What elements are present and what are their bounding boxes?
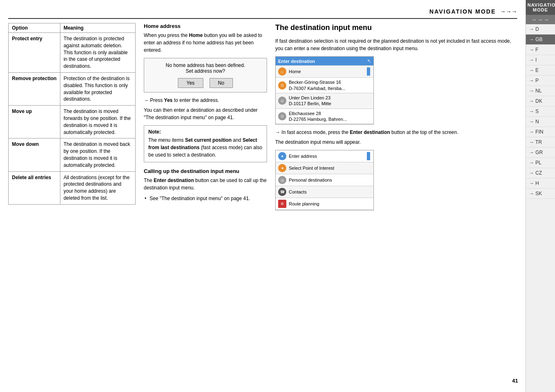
home-address-text: When you press the Home button you will … (144, 32, 267, 54)
sidebar-item-tr[interactable]: → TR (526, 137, 555, 148)
sidebar-item-gr[interactable]: → GR (526, 148, 555, 158)
sidebar-item-cz[interactable]: → CZ (526, 168, 555, 178)
page-number: 41 (512, 378, 518, 384)
sidebar-item-i[interactable]: → I (526, 55, 555, 65)
option-cell: Move up (9, 106, 60, 138)
main-content: NAVIGATION MODE →→→ Option Meaning Prote… (0, 0, 525, 392)
nav-rows-1: Enter destination ↖ ⌂ Home (276, 57, 373, 124)
nav-screen-inner-1: Enter destination ↖ ⌂ Home (276, 57, 373, 124)
right-col-title: The destination input menu (275, 23, 517, 32)
nav-row-contacts: ☎ Contacts (276, 186, 373, 198)
contacts-text: Contacts (289, 189, 371, 195)
dialog-text: No home address has been defined.Set add… (148, 62, 263, 74)
sidebar-nav-title: NAVIGATION MODE (526, 0, 555, 15)
nav-screen-2: ✦ Enter address ★ Select Point of Intere… (275, 150, 374, 210)
page-header: NAVIGATION MODE →→→ (8, 8, 517, 19)
meaning-cell: The destination is moved back by one pos… (60, 138, 135, 171)
nav-screen-inner-2: ✦ Enter address ★ Select Point of Intere… (276, 150, 373, 210)
sidebar-item-gb[interactable]: → GB (526, 35, 555, 45)
option-cell: Remove protection (9, 72, 60, 105)
nav-screen-1: Enter destination ↖ ⌂ Home (275, 56, 374, 125)
personal-text: Personal destinations (289, 177, 371, 183)
option-cell: Protect entry (9, 33, 60, 73)
nav-rows-2: ✦ Enter address ★ Select Point of Intere… (276, 150, 373, 210)
scroll-area-2 (366, 152, 371, 160)
intro-text: If fast destination selection is not req… (275, 37, 517, 52)
press-yes-text: → Press Yes to enter the address. (144, 97, 267, 104)
bullet-see: See "The destination input menu" on page… (144, 195, 267, 202)
personal-icon: ◎ (278, 176, 286, 184)
elb-text: Elbchaussee 28D-22765 Hamburg, Bahren... (289, 111, 371, 122)
dialog-box: No home address has been defined.Set add… (144, 58, 267, 92)
sidebar-item-dk[interactable]: → DK (526, 96, 555, 106)
nav-row-enter-dest: Enter destination ↖ (276, 57, 373, 66)
nav-row-enter-addr: ✦ Enter address (276, 150, 373, 162)
enter-addr-text: Enter address (289, 153, 364, 159)
home-address-heading: Home address (144, 23, 267, 29)
right-sidebar: NAVIGATION MODE →→→ → D→ GB→ F→ I→ E→ P→… (525, 0, 555, 392)
left-column: Option Meaning Protect entryThe destinat… (8, 23, 136, 214)
nav-row-home: ⌂ Home (276, 66, 373, 78)
options-table: Option Meaning Protect entryThe destinat… (8, 23, 136, 205)
sidebar-item-s[interactable]: → S (526, 106, 555, 117)
table-row: Move upThe destination is moved forwards… (9, 106, 136, 138)
becker-icon: ⊙ (278, 81, 286, 90)
table-row: Remove protectionProtection of the desti… (9, 72, 136, 105)
sidebar-item-sk[interactable]: → SK (526, 189, 555, 199)
sidebar-item-d[interactable]: → D (526, 24, 555, 35)
sidebar-item-p[interactable]: → P (526, 76, 555, 86)
nav-row-elb: ⊙ Elbchaussee 28D-22765 Hamburg, Bahren.… (276, 109, 373, 125)
sidebar-item-fin[interactable]: → FIN (526, 127, 555, 137)
sidebar-item-n[interactable]: → N (526, 117, 555, 127)
nav-row-route: ⚙ Route planning (276, 198, 373, 210)
you-can-then-text: You can then enter a destination as desc… (144, 106, 267, 121)
dialog-buttons: Yes No (148, 78, 263, 88)
note-text: The menu items Set current position and … (148, 136, 263, 159)
arrow-text-1: → In fast access mode, press the Enter d… (275, 129, 517, 136)
unter-icon: ⊙ (278, 97, 286, 105)
route-icon: ⚙ (278, 200, 286, 208)
meaning-cell: The destination is moved forwards by one… (60, 106, 135, 138)
page-container: NAVIGATION MODE →→→ Option Meaning Prote… (0, 0, 555, 392)
meaning-cell: Protection of the destination is disable… (60, 72, 135, 105)
nav-row-personal: ◎ Personal destinations (276, 174, 373, 186)
calling-heading: Calling up the destination input menu (144, 168, 267, 174)
sidebar-item-f[interactable]: → F (526, 45, 555, 55)
scroll-thumb-2 (367, 152, 370, 160)
scroll-area-1 (366, 67, 371, 76)
home-icon: ⌂ (278, 67, 286, 76)
meaning-cell: The destination is protected against aut… (60, 33, 135, 73)
table-row: Move downThe destination is moved back b… (9, 138, 136, 171)
sidebar-item-nl[interactable]: → NL (526, 86, 555, 96)
table-row: Protect entryThe destination is protecte… (9, 33, 136, 73)
route-text: Route planning (289, 201, 371, 207)
right-column: The destination input menu If fast desti… (275, 23, 517, 214)
sidebar-item-pl[interactable]: → PL (526, 158, 555, 168)
sidebar-items-container: → D→ GB→ F→ I→ E→ P→ NL→ DK→ S→ N→ FIN→ … (526, 24, 555, 199)
table-row: Delete all entriesAll destinations (exce… (9, 171, 136, 204)
sidebar-item-e[interactable]: → E (526, 65, 555, 76)
col1-header: Option (9, 23, 60, 33)
nav-row-becker: ⊙ Becker-Göring-Strasse 16D-76307 Karlsb… (276, 78, 373, 93)
page-title: NAVIGATION MODE (429, 8, 496, 15)
option-cell: Move down (9, 138, 60, 171)
header-arrows: →→→ (500, 8, 517, 15)
col2-header: Meaning (60, 23, 135, 33)
sidebar-arrows: →→→ (526, 15, 555, 24)
note-box: Note: The menu items Set current positio… (144, 125, 267, 162)
no-button[interactable]: No (210, 78, 233, 88)
contacts-icon: ☎ (278, 188, 286, 196)
middle-column: Home address When you press the Home but… (144, 23, 267, 214)
elb-icon: ⊙ (278, 112, 286, 120)
cursor-icon: ↖ (367, 58, 371, 64)
meaning-cell: All destinations (except for the protect… (60, 171, 135, 204)
unter-text: Unter Den Linden 23D-10117 Berlin, Mitte (289, 95, 371, 107)
sidebar-item-h[interactable]: → H (526, 178, 555, 189)
note-title: Note: (148, 129, 263, 135)
appear-text: The destination input menu will appear. (275, 138, 517, 146)
calling-text: The Enter destination button can be used… (144, 177, 267, 191)
nav-row-unter: ⊙ Unter Den Linden 23D-10117 Berlin, Mit… (276, 93, 373, 109)
yes-button[interactable]: Yes (178, 78, 203, 88)
enter-dest-label: Enter destination (278, 59, 315, 64)
nav-row-poi: ★ Select Point of Interest (276, 162, 373, 174)
